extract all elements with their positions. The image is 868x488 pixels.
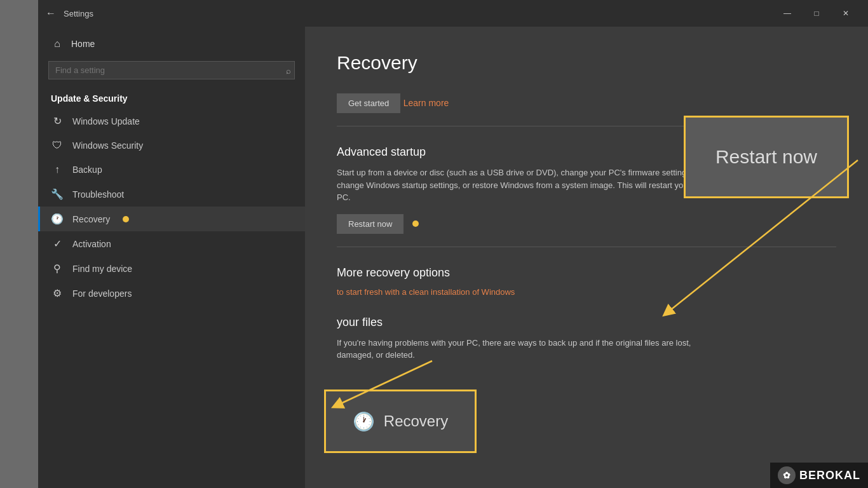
clean-install-link[interactable]: to start fresh with a clean installation… <box>337 287 836 297</box>
sidebar-item-label: Troubleshoot <box>72 189 124 200</box>
restart-now-button[interactable]: Restart now <box>337 214 403 234</box>
shield-icon: 🛡 <box>51 140 64 151</box>
maximize-button[interactable]: □ <box>802 3 831 24</box>
recovery-dot-indicator <box>123 216 129 222</box>
activation-icon: ✓ <box>51 238 64 250</box>
backup-icon: ↑ <box>51 164 64 175</box>
sidebar-item-label: For developers <box>72 288 132 299</box>
annotation-restart-now-text: Restart now <box>715 146 817 168</box>
minimize-button[interactable]: — <box>773 3 802 24</box>
back-button[interactable]: ← <box>46 8 56 19</box>
sidebar-item-label: Windows Security <box>72 140 143 151</box>
sidebar-item-troubleshoot[interactable]: 🔧 Troubleshoot <box>38 182 305 207</box>
recovery-icon: 🕐 <box>51 213 64 225</box>
troubleshoot-icon: 🔧 <box>51 188 64 200</box>
sidebar-section-label: Update & Security <box>38 85 305 109</box>
find-device-icon: ⚲ <box>51 262 64 274</box>
restart-dot-indicator <box>412 220 419 227</box>
annotation-recovery-icon: 🕐 <box>353 411 375 432</box>
annotation-recovery-text: Recovery <box>384 412 448 430</box>
sidebar-home-button[interactable]: ⌂ Home <box>38 32 305 56</box>
sidebar-item-recovery[interactable]: 🕐 Recovery <box>38 207 305 231</box>
reset-section: Get started Learn more <box>337 93 836 113</box>
content-area: ⌂ Home ⌕ Update & Security ↻ Windows Upd… <box>38 27 868 488</box>
sidebar-item-backup[interactable]: ↑ Backup <box>38 158 305 182</box>
sidebar-item-label: Windows Update <box>72 116 140 126</box>
advanced-startup-description: Start up from a device or disc (such as … <box>337 166 705 204</box>
home-icon: ⌂ <box>51 38 64 50</box>
window-controls: — □ ✕ <box>773 3 860 24</box>
windows-update-icon: ↻ <box>51 115 64 127</box>
page-title: Recovery <box>337 52 836 74</box>
title-bar: ← Settings — □ ✕ <box>38 0 868 27</box>
learn-more-link[interactable]: Learn more <box>403 98 449 108</box>
sidebar-item-label: Backup <box>72 165 102 175</box>
sidebar-item-for-developers[interactable]: ⚙ For developers <box>38 281 305 306</box>
search-box: ⌕ <box>48 61 295 79</box>
sidebar-item-label: Activation <box>72 239 111 249</box>
watermark-logo-symbol: ✿ <box>783 470 791 480</box>
keep-files-section: your files If you're having problems wit… <box>337 316 836 362</box>
annotation-recovery-box: 🕐 Recovery <box>324 390 477 453</box>
more-options-heading: More recovery options <box>337 266 836 280</box>
watermark-logo: ✿ <box>778 466 796 484</box>
main-content: Recovery Get started Learn more Advanced… <box>305 27 868 488</box>
developers-icon: ⚙ <box>51 287 64 299</box>
sidebar: ⌂ Home ⌕ Update & Security ↻ Windows Upd… <box>38 27 305 488</box>
sidebar-item-label: Find my device <box>72 264 132 274</box>
get-started-button[interactable]: Get started <box>337 93 400 113</box>
keep-files-description: If you're having problems with your PC, … <box>337 337 705 362</box>
more-recovery-section: More recovery options to start fresh wit… <box>337 266 836 297</box>
sidebar-item-windows-update[interactable]: ↻ Windows Update <box>38 109 305 133</box>
watermark-text: BEROKAL <box>799 469 860 482</box>
sidebar-item-find-my-device[interactable]: ⚲ Find my device <box>38 256 305 281</box>
watermark: ✿ BEROKAL <box>770 463 868 488</box>
divider-2 <box>337 247 836 247</box>
sidebar-item-label: Recovery <box>72 214 110 224</box>
sidebar-home-label: Home <box>71 39 95 49</box>
close-button[interactable]: ✕ <box>831 3 860 24</box>
search-input[interactable] <box>48 61 295 79</box>
settings-window: ← Settings — □ ✕ ⌂ Home ⌕ Update & Secur… <box>38 0 868 488</box>
search-icon[interactable]: ⌕ <box>286 65 291 75</box>
keep-files-heading: your files <box>337 316 836 329</box>
annotation-restart-now-box: Restart now <box>684 116 849 198</box>
sidebar-item-windows-security[interactable]: 🛡 Windows Security <box>38 133 305 158</box>
sidebar-item-activation[interactable]: ✓ Activation <box>38 231 305 256</box>
window-title: Settings <box>64 9 773 18</box>
